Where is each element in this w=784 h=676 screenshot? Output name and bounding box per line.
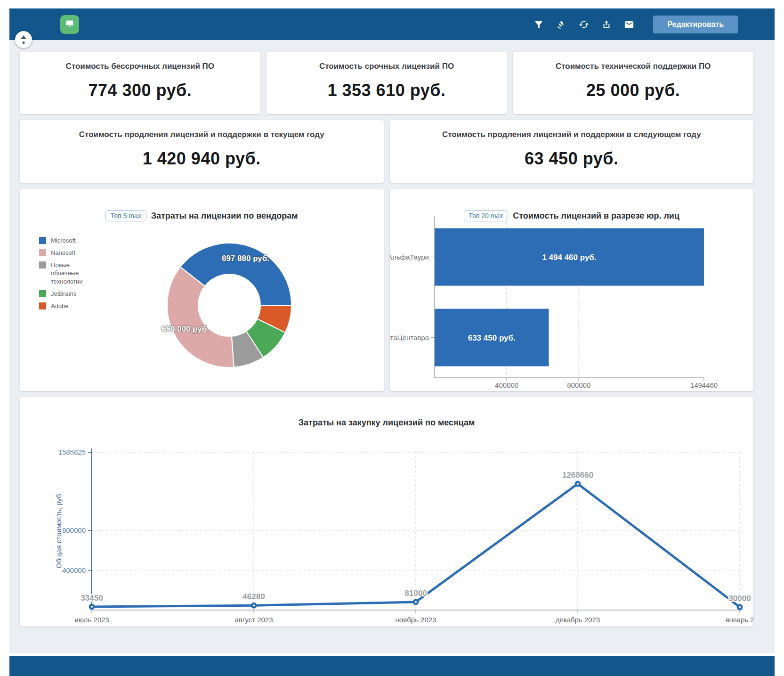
export-icon[interactable] bbox=[601, 19, 612, 30]
y-tick-label: 800000 bbox=[62, 526, 86, 534]
scroll-top-button[interactable] bbox=[15, 31, 32, 48]
donut-slice-label: 697 880 руб. bbox=[222, 254, 269, 263]
y-tick-label: 400000 bbox=[62, 566, 86, 574]
dashboard-page: Редактировать Стоимость бессрочных лицен… bbox=[0, 0, 784, 676]
panel-head: Топ 5 max Затраты на лицензии по вендора… bbox=[20, 210, 384, 221]
app-button[interactable] bbox=[60, 15, 79, 34]
mail-icon[interactable] bbox=[624, 19, 634, 30]
footer-bar bbox=[9, 656, 775, 676]
kpi-value: 1 353 610 руб. bbox=[267, 81, 507, 100]
month-label: декабрь 2023 bbox=[556, 616, 600, 624]
kpi-card-perpetual-licenses: Стоимость бессрочных лицензий ПО 774 300… bbox=[20, 52, 260, 114]
point-value-label: 1268660 bbox=[562, 471, 593, 480]
bar-value-label: 1 494 460 руб. bbox=[542, 253, 596, 262]
kpi-card-term-licenses: Стоимость срочных лицензий ПО 1 353 610 … bbox=[267, 52, 507, 114]
toolbar-icons bbox=[533, 19, 634, 30]
edit-button[interactable]: Редактировать bbox=[653, 16, 738, 33]
point-value-label: 30000 bbox=[728, 594, 751, 603]
point-value-label: 81000 bbox=[404, 589, 427, 598]
kpi-card-tech-support: Стоимость технической поддержки ПО 25 00… bbox=[513, 52, 753, 114]
panel-title: Затраты на лицензии по вендорам bbox=[151, 211, 298, 221]
dashboard-shell: Редактировать Стоимость бессрочных лицен… bbox=[9, 8, 775, 653]
kpi-title: Стоимость технической поддержки ПО bbox=[513, 52, 753, 71]
vendor-donut-panel: Топ 5 max Затраты на лицензии по вендора… bbox=[20, 189, 384, 391]
point-value-label: 33450 bbox=[81, 594, 103, 603]
legend-swatch bbox=[39, 249, 46, 256]
y-tick-label: 1585825 bbox=[58, 448, 86, 456]
legend-item[interactable]: Adobe bbox=[39, 302, 94, 310]
kpi-card-renewal-current-year: Стоимость продления лицензий и поддержки… bbox=[20, 120, 384, 183]
point-value-label: 46280 bbox=[242, 592, 265, 601]
category-label: АльфаТаури bbox=[390, 253, 429, 261]
monthly-purchases-panel: Затраты на закупку лицензий по месяцам 4… bbox=[20, 397, 753, 627]
kpi-value: 25 000 руб. bbox=[513, 81, 753, 100]
monthly-purchases-line-chart[interactable]: 4000008000001585825июль 2023август 2023н… bbox=[20, 397, 753, 627]
kpi-row-1: Стоимость бессрочных лицензий ПО 774 300… bbox=[20, 52, 753, 114]
kpi-value: 1 420 940 руб. bbox=[20, 149, 384, 169]
legend-swatch bbox=[39, 237, 46, 244]
legal-entities-bar-panel: Топ 20 max Стоимость лицензий в разрезе … bbox=[390, 189, 754, 391]
kpi-title: Стоимость продления лицензий и поддержки… bbox=[390, 120, 754, 139]
monitor-icon bbox=[65, 18, 75, 31]
legend-swatch bbox=[39, 290, 46, 297]
x-tick-label: 800000 bbox=[567, 381, 590, 389]
kpi-value: 63 450 руб. bbox=[390, 149, 754, 169]
charts-row: Топ 5 max Затраты на лицензии по вендора… bbox=[20, 189, 753, 391]
bar-value-label: 633 450 руб. bbox=[468, 334, 515, 342]
legend-label: Adobe bbox=[51, 302, 94, 310]
x-tick-label: 400000 bbox=[495, 381, 518, 389]
filter-icon[interactable] bbox=[533, 19, 544, 30]
legal-entities-bar-chart[interactable]: 40000080000014944601 494 460 руб.АльфаТа… bbox=[390, 189, 753, 391]
refresh-icon[interactable] bbox=[579, 19, 589, 30]
kpi-title: Стоимость продления лицензий и поддержки… bbox=[20, 120, 384, 139]
legend-item[interactable]: Microsoft bbox=[39, 236, 94, 244]
kpi-title: Стоимость срочных лицензий ПО bbox=[267, 52, 507, 71]
legend-item[interactable]: JetBrains bbox=[39, 290, 94, 298]
kpi-value: 774 300 руб. bbox=[20, 81, 260, 100]
month-label: июль 2023 bbox=[74, 616, 109, 624]
kpi-card-renewal-next-year: Стоимость продления лицензий и поддержки… bbox=[390, 120, 754, 183]
arrow-up-icon bbox=[21, 35, 26, 39]
legend-label: JetBrains bbox=[51, 290, 94, 298]
line-chart-row: Затраты на закупку лицензий по месяцам 4… bbox=[20, 397, 753, 627]
dashboard-content: Стоимость бессрочных лицензий ПО 774 300… bbox=[9, 52, 775, 627]
month-label: ноябрь 2023 bbox=[395, 616, 436, 624]
donut-legend: MicrosoftNanosoftНовые облачные технолог… bbox=[39, 236, 94, 310]
dot-icon bbox=[23, 41, 25, 44]
legend-swatch bbox=[39, 302, 46, 309]
brush-icon[interactable] bbox=[556, 19, 566, 30]
legend-label: Microsoft bbox=[51, 236, 94, 244]
x-tick-label: 1494460 bbox=[690, 381, 717, 389]
legend-label: Nanosoft bbox=[51, 249, 94, 257]
vendor-donut-chart[interactable]: 697 880 руб.650 000 руб. bbox=[152, 225, 312, 385]
category-label: БетаЦентавра bbox=[390, 334, 429, 342]
legend-item[interactable]: Новые облачные технологии bbox=[39, 261, 94, 285]
top-n-badge[interactable]: Топ 5 max bbox=[105, 210, 146, 221]
y-axis-title: Общая стоимость, руб bbox=[55, 494, 63, 569]
month-label: январь 2 bbox=[725, 616, 753, 624]
kpi-row-2: Стоимость продления лицензий и поддержки… bbox=[20, 120, 753, 183]
legend-item[interactable]: Nanosoft bbox=[39, 249, 94, 257]
kpi-title: Стоимость бессрочных лицензий ПО bbox=[20, 52, 260, 71]
legend-label: Новые облачные технологии bbox=[51, 261, 94, 285]
top-toolbar: Редактировать bbox=[9, 8, 775, 40]
legend-swatch bbox=[39, 261, 46, 269]
month-label: август 2023 bbox=[234, 616, 273, 624]
donut-slice-label: 650 000 руб. bbox=[162, 325, 209, 334]
